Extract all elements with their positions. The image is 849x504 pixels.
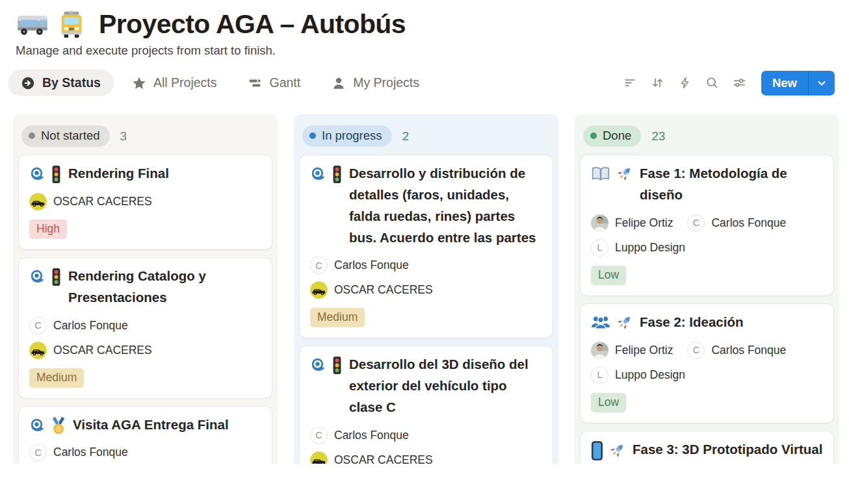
person-name: Carlos Fonque	[53, 319, 128, 333]
status-badge[interactable]: Done	[583, 125, 641, 147]
traffic-light-icon	[332, 356, 343, 375]
card-rendering-catalogo[interactable]: Rendering Catalogo y Presentaciones C Ca…	[19, 258, 272, 398]
page-title: Proyecto AGA – Autobús	[99, 9, 406, 40]
new-dropdown-button[interactable]	[809, 71, 835, 95]
person-name: Carlos Fonque	[711, 216, 786, 230]
tab-label: All Projects	[153, 75, 217, 90]
search-button[interactable]	[699, 71, 726, 95]
filter-icon	[623, 76, 637, 90]
photo-avatar	[591, 342, 608, 359]
person-name: OSCAR CACERES	[334, 283, 433, 297]
card-fase-2[interactable]: Fase 2: Ideación Felipe Ortiz C Carlos F…	[581, 304, 833, 423]
card-desarrollo-3d[interactable]: Desarrollo del 3D diseño del exterior de…	[300, 346, 553, 464]
minibus-emoji	[16, 11, 49, 38]
tab-label: By Status	[42, 75, 101, 90]
letter-avatar: C	[687, 214, 705, 232]
person-name: OSCAR CACERES	[53, 195, 152, 208]
person-chip: OSCAR CACERES	[310, 281, 433, 299]
status-dot-icon	[590, 132, 597, 139]
kanban-board: Not started 3 Rendering Final OSCAR CACE…	[0, 96, 849, 464]
project-board-page: Proyecto AGA – Autobús Manage and execut…	[0, 0, 849, 504]
column-count: 2	[402, 129, 410, 144]
card-rendering-final[interactable]: Rendering Final OSCAR CACERES High	[19, 155, 272, 249]
project-icon	[310, 357, 326, 373]
status-label: Not started	[41, 129, 100, 143]
book-icon	[591, 166, 610, 182]
card-fase-3[interactable]: Fase 3: 3D Prototipado Virtual	[581, 431, 833, 464]
priority-badge: High	[29, 220, 67, 239]
tab-gantt[interactable]: Gantt	[235, 69, 313, 96]
card-title: Fase 2: Ideación	[640, 312, 744, 333]
card-title: Fase 3: 3D Prototipado Virtual	[633, 439, 822, 460]
column-count: 23	[651, 129, 665, 144]
tab-my-projects[interactable]: My Projects	[319, 69, 432, 96]
column-header: In progress 2	[300, 120, 553, 155]
person-name: Carlos Fonque	[711, 344, 786, 357]
traffic-light-icon	[51, 268, 62, 286]
person-name: Carlos Fonque	[53, 446, 128, 459]
project-icon	[29, 269, 46, 285]
tab-label: My Projects	[353, 75, 419, 90]
arrow-circle-icon	[21, 76, 35, 90]
view-tabs: By Status All Projects Gantt My Projects	[8, 69, 432, 96]
status-badge[interactable]: In progress	[302, 125, 392, 147]
person-name: Carlos Fonque	[334, 258, 409, 272]
view-bar: By Status All Projects Gantt My Projects	[0, 58, 849, 96]
column-header: Done 23	[581, 120, 833, 155]
person-chip: OSCAR CACERES	[29, 342, 152, 359]
medal-icon	[51, 416, 66, 435]
status-label: In progress	[322, 129, 382, 143]
tab-all-projects[interactable]: All Projects	[119, 69, 230, 96]
column-in-progress: In progress 2 Desarrollo y distribución …	[294, 114, 558, 464]
person-name: Carlos Fonque	[334, 429, 409, 442]
card-desarrollo-detalles[interactable]: Desarrollo y distribución de detalles (f…	[300, 155, 553, 338]
car-avatar	[310, 281, 328, 299]
person-name: OSCAR CACERES	[334, 453, 433, 464]
tab-by-status[interactable]: By Status	[8, 69, 114, 96]
letter-avatar: C	[687, 342, 705, 359]
priority-badge: Low	[591, 266, 626, 285]
gantt-icon	[248, 76, 262, 90]
toolbar: New	[617, 71, 835, 95]
priority-badge: Medium	[310, 308, 365, 327]
traffic-light-icon	[332, 165, 343, 184]
new-button[interactable]: New	[761, 71, 808, 95]
letter-avatar: C	[310, 427, 328, 444]
card-title: Visita AGA Entrega Final	[73, 414, 229, 436]
person-name: Felipe Ortiz	[615, 344, 673, 357]
letter-avatar: C	[29, 317, 47, 334]
priority-badge: Low	[591, 393, 626, 412]
people-icon	[591, 315, 610, 329]
person-chip: OSCAR CACERES	[29, 193, 152, 210]
card-fase-1[interactable]: Fase 1: Metodología de diseño Felipe Ort…	[581, 155, 833, 296]
sort-icon	[651, 76, 664, 90]
phone-icon	[591, 441, 603, 460]
card-title: Rendering Final	[68, 163, 169, 184]
rocket-icon	[608, 442, 626, 459]
star-icon	[132, 76, 146, 90]
column-done: Done 23 Fase 1: Metodología de diseño Fe…	[575, 114, 839, 464]
photo-avatar	[591, 214, 608, 232]
traffic-light-icon	[51, 165, 62, 184]
rocket-icon	[616, 165, 633, 183]
status-badge[interactable]: Not started	[21, 125, 110, 147]
person-chip: C Carlos Fonque	[29, 444, 128, 461]
card-title: Fase 1: Metodología de diseño	[640, 163, 823, 206]
project-icon	[310, 166, 326, 183]
person-chip: L Luppo Design	[591, 239, 685, 257]
project-icon	[29, 166, 46, 183]
person-chip: C Carlos Fonque	[687, 342, 786, 359]
person-chip: Felipe Ortiz	[591, 342, 673, 359]
automations-button[interactable]	[672, 71, 699, 95]
project-icon	[29, 418, 46, 434]
person-chip: C Carlos Fonque	[310, 257, 409, 274]
sort-button[interactable]	[644, 71, 672, 95]
view-settings-button[interactable]	[726, 71, 753, 95]
car-avatar	[310, 451, 328, 464]
letter-avatar: L	[591, 239, 608, 257]
card-visita-aga[interactable]: Visita AGA Entrega Final C Carlos Fonque…	[19, 407, 272, 464]
letter-avatar: C	[29, 444, 47, 461]
filter-button[interactable]	[617, 71, 644, 95]
person-name: Luppo Design	[615, 241, 685, 255]
person-chip: C Carlos Fonque	[687, 214, 786, 232]
